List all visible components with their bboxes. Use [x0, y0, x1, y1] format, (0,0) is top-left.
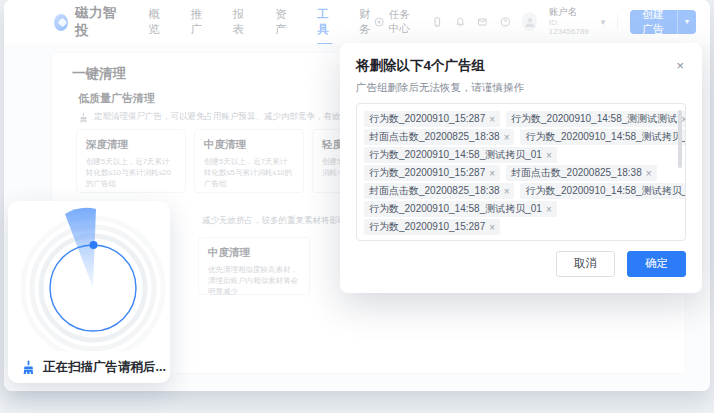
- tag-label: 行为数_20200910_14:58_测试拷贝_01: [369, 148, 542, 162]
- radar-scan-icon: [8, 201, 170, 351]
- tag-row: 封面点击数_20200825_18:38× 行为数_20200910_14:58…: [364, 183, 673, 199]
- tag-label: 行为数_20200910_14:58_测试拷贝_01: [525, 184, 686, 198]
- ad-group-tag: 行为数_20200910_14:58_测试拷贝_01×: [520, 183, 686, 199]
- remove-tag-icon[interactable]: ×: [546, 204, 552, 215]
- cancel-button[interactable]: 取消: [556, 251, 615, 277]
- scan-status-text: 正在扫描广告请稍后...: [43, 359, 166, 376]
- tag-row: 行为数_20200910_14:58_测试拷贝_01×: [364, 201, 673, 217]
- ad-group-tag: 行为数_20200910_15:287×: [364, 165, 500, 181]
- app-screenshot: 磁力智投 概览 推广 报表 资产 工具 财务 任务中心: [0, 0, 714, 413]
- scrollbar-thumb[interactable]: [678, 110, 682, 168]
- ad-group-tag: 行为数_20200910_14:58_测测试测试×: [506, 111, 686, 127]
- broom-blue-icon: [21, 360, 36, 375]
- modal-subtitle: 广告组删除后无法恢复，请谨慎操作: [356, 81, 686, 95]
- modal-header: 将删除以下4个广告组 ×: [356, 57, 686, 75]
- tag-label: 行为数_20200910_15:287: [369, 220, 485, 234]
- tag-label: 行为数_20200910_14:58_测测试测试: [511, 112, 677, 126]
- tag-row: 行为数_20200910_14:58_测试拷贝_01×: [364, 147, 673, 163]
- confirm-button[interactable]: 确定: [627, 251, 686, 277]
- ad-group-tag: 封面点击数_20200825_18:38×: [506, 165, 656, 181]
- remove-tag-icon[interactable]: ×: [489, 222, 495, 233]
- tag-label: 封面点击数_20200825_18:38: [369, 130, 500, 144]
- ad-group-tag: 行为数_20200910_15:287×: [364, 219, 500, 235]
- remove-tag-icon[interactable]: ×: [504, 186, 510, 197]
- scan-progress-card: 正在扫描广告请稍后...: [8, 201, 170, 383]
- tag-label: 封面点击数_20200825_18:38: [511, 166, 642, 180]
- remove-tag-icon[interactable]: ×: [489, 168, 495, 179]
- remove-tag-icon[interactable]: ×: [489, 114, 495, 125]
- remove-tag-icon[interactable]: ×: [504, 132, 510, 143]
- ad-group-tag-list: 行为数_20200910_15:287× 行为数_20200910_14:58_…: [356, 103, 686, 241]
- tag-label: 行为数_20200910_14:58_测试拷贝_01: [369, 202, 542, 216]
- delete-confirm-modal: 将删除以下4个广告组 × 广告组删除后无法恢复，请谨慎操作 行为数_202009…: [340, 43, 702, 293]
- ad-group-tag: 封面点击数_20200825_18:38×: [364, 183, 514, 199]
- tag-row: 行为数_20200910_15:287× 封面点击数_20200825_18:3…: [364, 165, 673, 181]
- modal-title: 将删除以下4个广告组: [356, 57, 485, 75]
- ad-group-tag: 行为数_20200910_14:58_测试拷贝_01×: [364, 147, 557, 163]
- ad-group-tag: 行为数_20200910_15:287×: [364, 111, 500, 127]
- tag-row: 行为数_20200910_15:287× 行为数_20200910_14:58_…: [364, 111, 673, 127]
- tag-label: 行为数_20200910_14:58_测试拷贝_01: [525, 130, 686, 144]
- ad-group-tag: 封面点击数_20200825_18:38×: [364, 129, 514, 145]
- tag-row: 封面点击数_20200825_18:38× 行为数_20200910_14:58…: [364, 129, 673, 145]
- tag-label: 行为数_20200910_15:287: [369, 166, 485, 180]
- app-window: 磁力智投 概览 推广 报表 资产 工具 财务 任务中心: [4, 0, 710, 391]
- remove-tag-icon[interactable]: ×: [546, 150, 552, 161]
- scan-status: 正在扫描广告请稍后...: [8, 351, 170, 383]
- tag-row: 行为数_20200910_15:287×: [364, 219, 673, 235]
- close-icon[interactable]: ×: [674, 57, 686, 74]
- tag-label: 封面点击数_20200825_18:38: [369, 184, 500, 198]
- remove-tag-icon[interactable]: ×: [646, 168, 652, 179]
- ad-group-tag: 行为数_20200910_14:58_测试拷贝_01×: [520, 129, 686, 145]
- ad-group-tag: 行为数_20200910_14:58_测试拷贝_01×: [364, 201, 557, 217]
- tag-label: 行为数_20200910_15:287: [369, 112, 485, 126]
- modal-footer: 取消 确定: [356, 251, 686, 277]
